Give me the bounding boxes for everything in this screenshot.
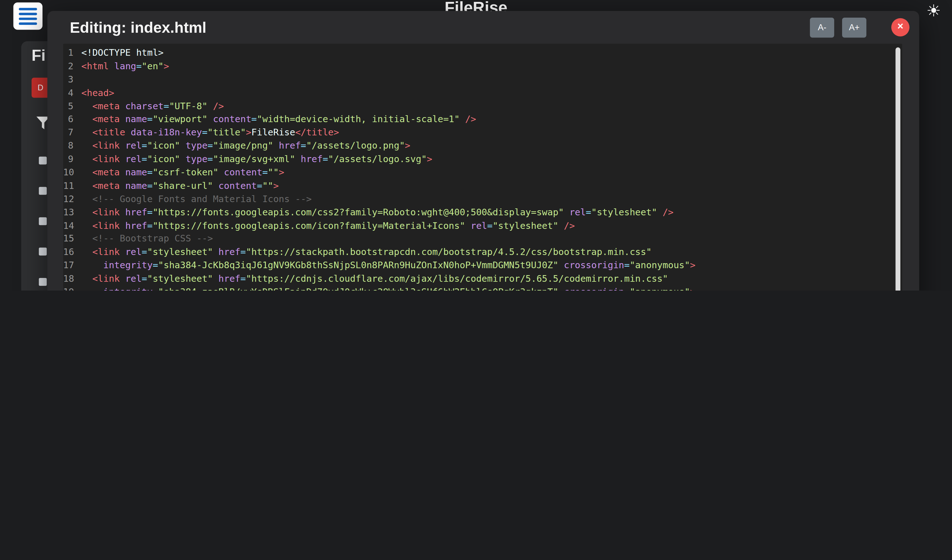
- line-number: 8: [63, 140, 82, 153]
- code-line: 17 integrity="sha384-JcKb8q3iqJ61gNV9KGb…: [63, 259, 902, 273]
- editor-modal: Editing: index.html A- A+ × 1<!DOCTYPE h…: [47, 11, 919, 290]
- code-line: 4<head>: [63, 86, 902, 100]
- line-number: 13: [63, 206, 82, 219]
- folder-item-icon[interactable]: [39, 217, 46, 225]
- editor-header-actions: A- A+ ×: [810, 17, 909, 37]
- line-number: 14: [63, 219, 82, 233]
- line-number: 4: [63, 86, 82, 100]
- font-increase-button[interactable]: A+: [842, 17, 866, 37]
- line-number: 3: [63, 73, 82, 86]
- code-line: 15 <!-- Bootstrap CSS -->: [63, 233, 902, 246]
- close-icon[interactable]: ×: [891, 18, 909, 37]
- code-line: 6 <meta name="viewport" content="width=d…: [63, 113, 902, 126]
- line-number: 11: [63, 179, 82, 193]
- line-number: 2: [63, 60, 82, 73]
- code-line: 9 <link rel="icon" type="image/svg+xml" …: [63, 153, 902, 166]
- code-line: 11 <meta name="share-url" content="">: [63, 179, 902, 193]
- line-number: 12: [63, 193, 82, 206]
- folder-item-icon[interactable]: [39, 156, 46, 164]
- menu-button[interactable]: [13, 3, 43, 30]
- code-line: 1<!DOCTYPE html>: [63, 46, 902, 60]
- folder-item-icon[interactable]: [39, 248, 46, 256]
- line-number: 15: [63, 233, 82, 246]
- hamburger-icon: [19, 8, 37, 10]
- code-line: 10 <meta name="csrf-token" content="">: [63, 166, 902, 179]
- hamburger-icon: [19, 22, 37, 25]
- line-number: 19: [63, 286, 82, 290]
- folder-list: [39, 156, 46, 290]
- code-lines: 1<!DOCTYPE html>2<html lang="en">34<head…: [63, 44, 902, 290]
- hamburger-icon: [19, 17, 37, 20]
- line-number: 18: [63, 273, 82, 286]
- code-line: 19 integrity="sha384-zaeBlB/vwYsDRSlFajn…: [63, 286, 902, 290]
- line-number: 17: [63, 259, 82, 273]
- code-line: 13 <link href="https://fonts.googleapis.…: [63, 206, 902, 219]
- code-line: 14 <link href="https://fonts.googleapis.…: [63, 219, 902, 233]
- editor-modal-header: Editing: index.html A- A+ ×: [47, 11, 919, 44]
- editor-modal-title: Editing: index.html: [70, 19, 207, 36]
- line-number: 6: [63, 113, 82, 126]
- code-line: 5 <meta charset="UTF-8" />: [63, 100, 902, 113]
- folder-item-icon[interactable]: [39, 187, 46, 195]
- code-editor[interactable]: 1<!DOCTYPE html>2<html lang="en">34<head…: [63, 44, 902, 290]
- code-line: 8 <link rel="icon" type="image/png" href…: [63, 140, 902, 153]
- code-line: 2<html lang="en">: [63, 60, 902, 73]
- line-number: 7: [63, 127, 82, 140]
- page-root: FileRise ☀ Fi D Sho Editing: index.html …: [0, 0, 952, 290]
- folder-panel-title: Fi: [31, 46, 46, 65]
- folder-item-icon[interactable]: [39, 278, 46, 286]
- line-number: 9: [63, 153, 82, 166]
- line-number: 10: [63, 166, 82, 179]
- line-number: 5: [63, 100, 82, 113]
- hamburger-icon: [19, 12, 37, 15]
- code-line: 7 <title data-i18n-key="title">FileRise<…: [63, 127, 902, 140]
- code-line: 16 <link rel="stylesheet" href="https://…: [63, 246, 902, 259]
- code-line: 3: [63, 73, 902, 86]
- code-line: 18 <link rel="stylesheet" href="https://…: [63, 273, 902, 286]
- font-decrease-button[interactable]: A-: [810, 17, 834, 37]
- vertical-scrollbar[interactable]: [896, 47, 900, 290]
- code-line: 12 <!-- Google Fonts and Material Icons …: [63, 193, 902, 206]
- theme-toggle-icon[interactable]: ☀: [926, 3, 941, 20]
- line-number: 16: [63, 246, 82, 259]
- line-number: 1: [63, 46, 82, 60]
